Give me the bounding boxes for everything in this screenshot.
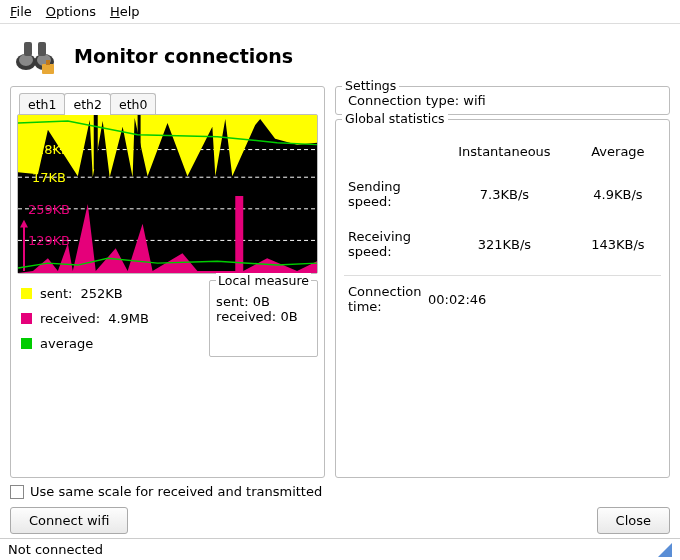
svg-text:259KB: 259KB	[28, 202, 70, 217]
swatch-sent	[21, 288, 32, 299]
svg-rect-21	[94, 115, 98, 169]
page-header: Monitor connections	[0, 24, 680, 86]
local-received: received: 0B	[216, 309, 311, 324]
resize-grip-icon[interactable]	[658, 543, 672, 557]
svg-rect-5	[38, 42, 46, 56]
status-bar: Not connected	[0, 538, 680, 560]
binoculars-icon	[14, 36, 58, 76]
legend-sent-label: sent:	[40, 286, 73, 301]
menu-file[interactable]: File	[10, 4, 32, 19]
swatch-received	[21, 313, 32, 324]
sending-avg: 4.9KB/s	[575, 169, 661, 219]
receiving-label: Receiving speed:	[344, 219, 434, 269]
menu-options[interactable]: Options	[46, 4, 96, 19]
sending-instant: 7.3KB/s	[434, 169, 575, 219]
traffic-panel: eth1 eth2 eth0 8.8KB 17KB 259KB 129KB	[10, 86, 325, 478]
connection-type-label: Connection type:	[348, 93, 459, 108]
sending-label: Sending speed:	[344, 169, 434, 219]
svg-rect-22	[138, 115, 141, 164]
svg-rect-7	[46, 60, 50, 65]
svg-rect-4	[24, 42, 32, 56]
settings-title: Settings	[342, 78, 399, 93]
info-panel: Settings Connection type: wifi Global st…	[335, 86, 670, 478]
menu-bar: File Options Help	[0, 0, 680, 24]
tab-eth2[interactable]: eth2	[64, 93, 110, 115]
svg-rect-6	[42, 64, 54, 74]
legend-average: average	[21, 336, 199, 351]
status-text: Not connected	[8, 542, 103, 557]
local-measure-title: Local measure	[216, 273, 311, 288]
same-scale-row[interactable]: Use same scale for received and transmit…	[10, 484, 670, 499]
legend-sent-value: 252KB	[81, 286, 123, 301]
tab-eth1[interactable]: eth1	[19, 93, 65, 115]
chart-legend: sent: 252KB received: 4.9MB average	[17, 280, 203, 357]
conn-time-label: Connection time:	[348, 284, 428, 314]
conn-time-value: 00:02:46	[428, 292, 486, 307]
svg-text:129KB: 129KB	[28, 233, 70, 248]
col-average: Average	[575, 134, 661, 169]
connection-type-value: wifi	[463, 93, 485, 108]
interface-tabs: eth1 eth2 eth0	[19, 93, 318, 115]
local-measure-box: Local measure sent: 0B received: 0B	[209, 280, 318, 357]
page-title: Monitor connections	[74, 45, 293, 67]
connection-time-row: Connection time: 00:02:46	[344, 275, 661, 322]
global-stats-title: Global statistics	[342, 111, 448, 126]
stats-table: Instantaneous Average Sending speed: 7.3…	[344, 134, 661, 269]
bottom-controls: Use same scale for received and transmit…	[0, 478, 680, 538]
connection-type: Connection type: wifi	[344, 91, 661, 110]
legend-sent: sent: 252KB	[21, 286, 199, 301]
tab-eth0[interactable]: eth0	[110, 93, 156, 115]
close-button[interactable]: Close	[597, 507, 670, 534]
local-sent: sent: 0B	[216, 294, 311, 309]
same-scale-checkbox[interactable]	[10, 485, 24, 499]
legend-received-value: 4.9MB	[108, 311, 149, 326]
traffic-chart: 8.8KB 17KB 259KB 129KB	[17, 114, 318, 274]
col-instant: Instantaneous	[434, 134, 575, 169]
global-stats-box: Global statistics Instantaneous Average …	[335, 119, 670, 478]
connect-button[interactable]: Connect wifi	[10, 507, 128, 534]
same-scale-label: Use same scale for received and transmit…	[30, 484, 322, 499]
legend-received: received: 4.9MB	[21, 311, 199, 326]
menu-help[interactable]: Help	[110, 4, 140, 19]
main-content: eth1 eth2 eth0 8.8KB 17KB 259KB 129KB	[0, 86, 680, 478]
swatch-average	[21, 338, 32, 349]
receiving-instant: 321KB/s	[434, 219, 575, 269]
legend-received-label: received:	[40, 311, 100, 326]
legend-average-label: average	[40, 336, 93, 351]
receiving-avg: 143KB/s	[575, 219, 661, 269]
